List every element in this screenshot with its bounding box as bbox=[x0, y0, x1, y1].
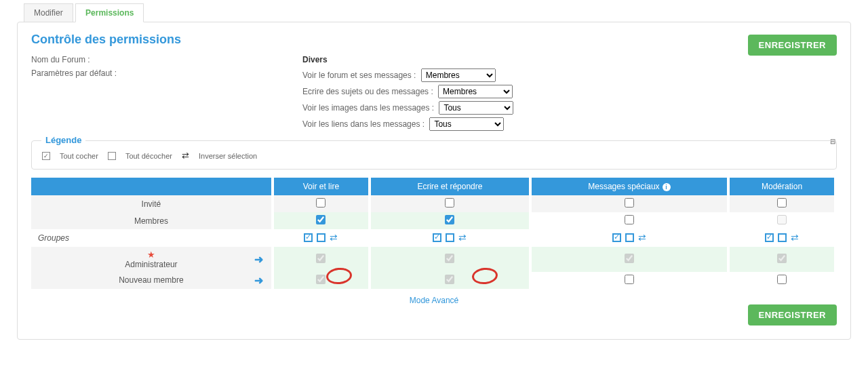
setting-select-0[interactable]: Membres bbox=[421, 68, 496, 82]
check-all-label: Tout cocher bbox=[60, 152, 98, 160]
admin-ecrire-checkbox bbox=[445, 254, 454, 263]
forum-name-value: Divers bbox=[302, 55, 328, 64]
arrow-right-icon[interactable]: ➜ bbox=[254, 253, 263, 266]
defaults-label: Paramètres par défaut : bbox=[31, 68, 302, 78]
invite-special-checkbox[interactable] bbox=[625, 198, 634, 208]
groupes-mod-tools[interactable]: ⇄ bbox=[765, 232, 799, 243]
nouveau-mod-checkbox[interactable] bbox=[777, 275, 787, 284]
check-all-icon[interactable]: ✓ bbox=[42, 152, 50, 160]
setting-select-1[interactable]: Membres bbox=[438, 85, 513, 98]
invert-icon[interactable]: ⇄ bbox=[330, 232, 338, 243]
membres-special-checkbox[interactable] bbox=[625, 215, 634, 224]
save-button-bottom[interactable]: ENREGISTRER bbox=[748, 304, 837, 325]
invert-icon[interactable]: ⇄ bbox=[182, 151, 189, 161]
row-nouveau-label: Nouveau membre ➜ bbox=[31, 272, 273, 289]
nouveau-voir-checkbox bbox=[316, 275, 326, 284]
save-button-top[interactable]: ENREGISTRER bbox=[748, 35, 837, 56]
row-groupes-label: Groupes bbox=[31, 229, 273, 247]
invite-ecrire-checkbox[interactable] bbox=[445, 198, 454, 208]
check-all-icon[interactable] bbox=[765, 233, 774, 242]
groupes-voir-tools[interactable]: ⇄ bbox=[304, 232, 338, 243]
check-all-icon[interactable] bbox=[304, 233, 313, 242]
setting-label-2: Voir les images dans les messages : bbox=[302, 103, 434, 113]
uncheck-all-icon[interactable] bbox=[108, 152, 116, 160]
setting-label-3: Voir les liens dans les messages : bbox=[302, 119, 425, 129]
membres-mod-checkbox bbox=[777, 215, 787, 224]
uncheck-all-icon[interactable] bbox=[317, 233, 326, 242]
admin-voir-checkbox bbox=[316, 254, 326, 263]
admin-mod-checkbox bbox=[777, 254, 787, 263]
col-mod: Modération bbox=[728, 178, 835, 195]
col-voir: Voir et lire bbox=[273, 178, 370, 195]
invert-icon[interactable]: ⇄ bbox=[458, 232, 467, 243]
membres-voir-checkbox[interactable] bbox=[316, 215, 326, 224]
permissions-panel: Contrôle des permissions ENREGISTRER Nom… bbox=[17, 22, 851, 340]
mode-advanced-link[interactable]: Mode Avancé bbox=[31, 296, 837, 305]
permissions-table: Voir et lire Ecrire et répondre Messages… bbox=[31, 178, 837, 289]
uncheck-all-icon[interactable] bbox=[446, 233, 454, 242]
invert-icon[interactable]: ⇄ bbox=[791, 232, 799, 243]
invert-icon[interactable]: ⇄ bbox=[638, 232, 646, 243]
row-invite-label: Invité bbox=[31, 195, 273, 212]
check-all-icon[interactable] bbox=[612, 233, 621, 242]
legend-title: Légende bbox=[41, 135, 85, 145]
groupes-special-tools[interactable]: ⇄ bbox=[612, 232, 646, 243]
uncheck-all-icon[interactable] bbox=[778, 233, 787, 242]
col-special: Messages spéciauxi bbox=[530, 178, 728, 195]
star-icon: ★ bbox=[147, 250, 155, 260]
setting-label-0: Voir le forum et ses messages : bbox=[302, 71, 416, 80]
forum-name-label: Nom du Forum : bbox=[31, 55, 302, 64]
setting-select-2[interactable]: Tous bbox=[439, 101, 513, 115]
invite-voir-checkbox[interactable] bbox=[316, 198, 326, 208]
row-admin-label: ★ Administrateur ➜ bbox=[31, 247, 273, 272]
col-role bbox=[31, 178, 273, 195]
col-ecrire: Ecrire et répondre bbox=[370, 178, 530, 195]
groupes-ecrire-tools[interactable]: ⇄ bbox=[433, 232, 467, 243]
uncheck-all-label: Tout décocher bbox=[125, 152, 172, 160]
uncheck-all-icon[interactable] bbox=[625, 233, 634, 242]
legend-box: Légende ✓ Tout cocher Tout décocher ⇄ In… bbox=[31, 140, 837, 170]
admin-special-checkbox bbox=[625, 254, 634, 263]
nouveau-special-checkbox[interactable] bbox=[625, 275, 634, 284]
nouveau-ecrire-checkbox bbox=[445, 275, 454, 284]
setting-select-3[interactable]: Tous bbox=[429, 117, 504, 131]
tab-permissions[interactable]: Permissions bbox=[75, 3, 144, 22]
membres-ecrire-checkbox[interactable] bbox=[445, 215, 454, 224]
arrow-right-icon[interactable]: ➜ bbox=[254, 274, 263, 287]
invert-label: Inverser sélection bbox=[199, 152, 257, 160]
check-all-icon[interactable] bbox=[433, 233, 441, 242]
setting-label-1: Ecrire des sujets ou des messages : bbox=[302, 87, 433, 96]
row-membres-label: Membres bbox=[31, 212, 273, 229]
panel-title: Contrôle des permissions bbox=[31, 33, 837, 47]
invite-mod-checkbox[interactable] bbox=[777, 198, 787, 208]
tab-modifier[interactable]: Modifier bbox=[24, 3, 73, 22]
info-icon[interactable]: i bbox=[663, 183, 671, 191]
